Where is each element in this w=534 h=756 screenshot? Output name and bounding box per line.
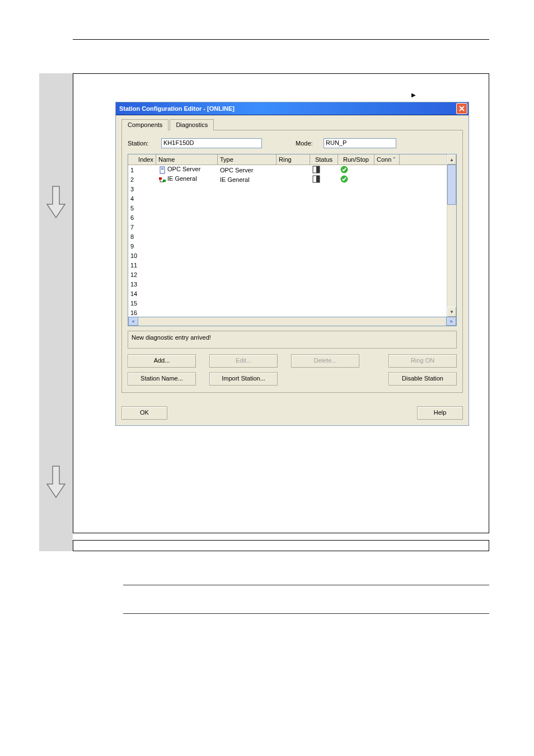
cell-runstop: [338, 166, 374, 175]
svg-rect-4: [316, 166, 320, 173]
component-icon: [158, 166, 166, 174]
cell-index: 2: [128, 176, 156, 183]
station-config-editor-dialog: Station Configuration Editor - [ONLINE] …: [115, 102, 469, 426]
scroll-track[interactable]: [447, 165, 456, 307]
cell-index: 3: [128, 186, 156, 192]
add-button[interactable]: Add...: [128, 354, 196, 368]
station-name-button[interactable]: Station Name...: [128, 372, 196, 386]
cell-status: [310, 175, 338, 184]
import-station-button[interactable]: Import Station...: [209, 372, 278, 386]
svg-rect-6: [159, 177, 162, 180]
ok-button[interactable]: OK: [121, 406, 167, 420]
caption-frame: [73, 540, 489, 551]
table-row[interactable]: 9: [128, 241, 447, 251]
table-row[interactable]: 6: [128, 213, 447, 222]
hscroll-track[interactable]: [138, 317, 446, 326]
table-row[interactable]: 8: [128, 232, 447, 241]
table-row[interactable]: 4: [128, 194, 447, 203]
mode-field[interactable]: RUN_P: [324, 138, 396, 148]
table-row[interactable]: 12: [128, 270, 447, 279]
table-row[interactable]: 10: [128, 251, 447, 260]
cell-index: 1: [128, 167, 156, 173]
cell-index: 13: [128, 281, 156, 288]
tab-components[interactable]: Components: [121, 119, 168, 130]
svg-rect-7: [163, 180, 166, 182]
ring-on-button[interactable]: Ring ON: [388, 354, 457, 368]
text-line: [123, 613, 489, 614]
table-row[interactable]: 5: [128, 203, 447, 213]
horizontal-scrollbar[interactable]: < >: [128, 317, 457, 326]
cell-index: 11: [128, 262, 156, 269]
cell-index: 5: [128, 205, 156, 212]
cell-type: OPC Server: [218, 167, 277, 173]
cell-type: IE General: [218, 176, 277, 183]
run-ok-icon: [340, 168, 348, 175]
edit-button[interactable]: Edit...: [209, 354, 278, 368]
cell-index: 15: [128, 300, 156, 307]
status-icon: [312, 168, 320, 175]
help-button[interactable]: Help: [417, 406, 463, 420]
cell-index: 8: [128, 233, 156, 240]
scroll-thumb[interactable]: [447, 165, 456, 205]
cell-index: 9: [128, 243, 156, 250]
table-row[interactable]: 13: [128, 279, 447, 289]
disable-station-button[interactable]: Disable Station: [388, 372, 457, 386]
scroll-left-button[interactable]: <: [128, 317, 138, 326]
col-ring[interactable]: Ring: [277, 154, 310, 165]
cell-index: 7: [128, 224, 156, 231]
down-arrow-icon: [46, 185, 66, 219]
svg-rect-9: [316, 176, 320, 182]
cell-index: 16: [128, 309, 156, 316]
table-row[interactable]: 7: [128, 222, 447, 232]
components-panel: Station: KH1F150D Mode: RUN_P Index Name…: [121, 130, 463, 393]
play-marker-icon: ▶: [411, 92, 416, 98]
table-row[interactable]: 1OPC ServerOPC Server: [128, 165, 447, 175]
cell-index: 12: [128, 271, 156, 278]
scroll-up-button[interactable]: ▲: [447, 154, 456, 165]
status-icon: [312, 177, 320, 184]
mode-label: Mode:: [296, 140, 324, 147]
table-row[interactable]: 3: [128, 184, 447, 194]
station-label: Station:: [128, 140, 161, 147]
station-field[interactable]: KH1F150D: [161, 138, 262, 148]
body-text-area: [123, 585, 489, 614]
table-row[interactable]: 14: [128, 289, 447, 298]
col-type[interactable]: Type: [218, 154, 277, 165]
component-list[interactable]: Index Name Type Ring Status Run/Stop Con…: [128, 154, 457, 317]
down-arrow-icon: [46, 465, 66, 499]
table-row[interactable]: 2IE GeneralIE General: [128, 175, 447, 184]
window-title: Station Configuration Editor - [ONLINE]: [119, 105, 456, 112]
run-ok-icon: [340, 177, 348, 184]
col-name[interactable]: Name: [156, 154, 218, 165]
col-index[interactable]: Index: [128, 154, 156, 165]
scroll-right-button[interactable]: >: [446, 317, 456, 326]
table-row[interactable]: 16: [128, 308, 447, 317]
page-divider: [73, 39, 489, 40]
svg-rect-0: [160, 167, 165, 173]
scroll-down-button[interactable]: ▼: [447, 307, 456, 317]
tab-diagnostics[interactable]: Diagnostics: [170, 119, 214, 130]
cell-index: 4: [128, 195, 156, 202]
cell-name: OPC Server: [156, 166, 218, 173]
table-row[interactable]: 15: [128, 298, 447, 308]
delete-button[interactable]: Delete...: [291, 354, 359, 368]
svg-rect-2: [161, 169, 163, 170]
close-button[interactable]: [456, 103, 467, 114]
cell-index: 6: [128, 214, 156, 221]
cell-runstop: [338, 175, 374, 184]
col-runstop[interactable]: Run/Stop: [338, 154, 374, 165]
svg-rect-1: [161, 168, 163, 168]
figure-frame: ▶ Station Configuration Editor - [ONLINE…: [73, 73, 489, 533]
table-row[interactable]: 11: [128, 260, 447, 270]
tab-bar: Components Diagnostics: [121, 119, 463, 130]
caret-up-icon: ˆ: [393, 156, 395, 163]
col-status[interactable]: Status: [310, 154, 338, 165]
list-header: Index Name Type Ring Status Run/Stop Con…: [128, 154, 447, 165]
titlebar[interactable]: Station Configuration Editor - [ONLINE]: [116, 102, 469, 115]
cell-index: 10: [128, 252, 156, 259]
col-conn[interactable]: Conn ˆ: [374, 154, 400, 165]
vertical-scrollbar[interactable]: ▲ ▼: [447, 154, 456, 317]
component-icon: [158, 176, 166, 184]
cell-index: 14: [128, 290, 156, 297]
diagnostic-message: New diagnostic entry arrived!: [128, 331, 457, 349]
